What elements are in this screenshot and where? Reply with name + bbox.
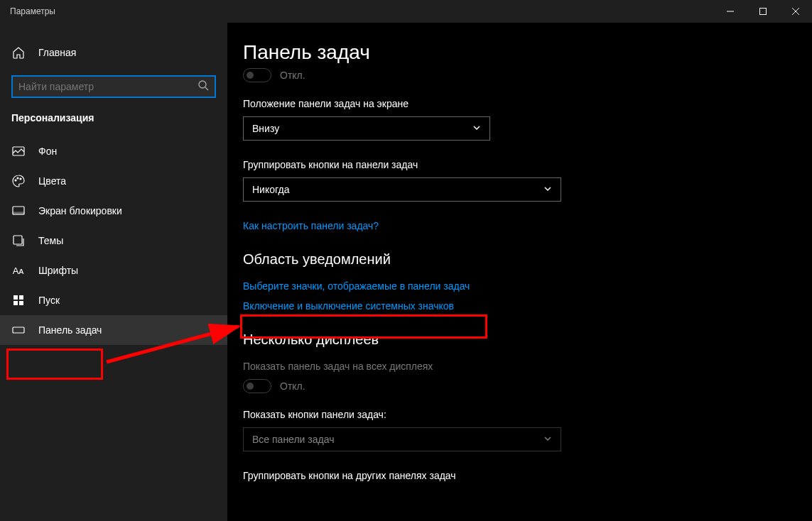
multi-group-label: Группировать кнопки на других панелях за…	[243, 470, 784, 481]
svg-point-9	[20, 178, 21, 180]
svg-rect-13	[13, 295, 18, 300]
minimize-button[interactable]	[714, 0, 747, 23]
svg-point-7	[15, 180, 16, 181]
group-dropdown[interactable]: Никогда	[243, 177, 561, 202]
titlebar: Параметры	[0, 0, 812, 23]
sidebar-item-label: Шрифты	[38, 265, 78, 276]
toggle-label: Откл.	[280, 380, 305, 392]
svg-rect-17	[13, 327, 24, 333]
lockscreen-icon	[11, 204, 26, 218]
toggle-row-2: Откл.	[243, 379, 784, 393]
sidebar-item-label: Фон	[38, 146, 57, 157]
toggle-switch[interactable]	[243, 379, 271, 393]
multi-displays-title: Несколько дисплеев	[243, 331, 784, 348]
maximize-button[interactable]	[747, 0, 779, 23]
toggle-row-1: Откл.	[243, 68, 784, 82]
svg-rect-16	[19, 301, 23, 305]
home-icon	[11, 45, 26, 60]
svg-rect-12	[13, 236, 22, 244]
help-link[interactable]: Как настроить панели задач?	[243, 220, 784, 231]
sidebar-item-colors[interactable]: Цвета	[0, 166, 227, 196]
sidebar-item-background[interactable]: Фон	[0, 136, 227, 166]
content-area: Панель задач Откл. Положение панели зада…	[227, 23, 812, 521]
dropdown-value: Никогда	[252, 184, 543, 195]
sidebar-item-label: Темы	[38, 235, 63, 246]
nav-home-label: Главная	[38, 47, 76, 58]
sidebar-item-label: Панель задач	[38, 324, 102, 336]
page-title: Панель задач	[243, 41, 784, 64]
sidebar-item-label: Цвета	[38, 175, 66, 187]
picture-icon	[11, 144, 26, 158]
svg-rect-1	[760, 9, 767, 15]
sidebar-item-lockscreen[interactable]: Экран блокировки	[0, 196, 227, 226]
position-dropdown[interactable]: Внизу	[243, 116, 490, 141]
svg-point-4	[199, 81, 206, 88]
chevron-down-icon	[543, 183, 552, 196]
sidebar-item-fonts[interactable]: Aᴀ Шрифты	[0, 256, 227, 285]
dropdown-value: Все панели задач	[252, 434, 543, 445]
chevron-down-icon	[472, 122, 481, 135]
fonts-icon: Aᴀ	[11, 263, 26, 278]
category-title: Персонализация	[0, 112, 227, 136]
window-controls	[714, 0, 812, 23]
multi-buttons-label: Показать кнопки панели задач:	[243, 409, 784, 420]
sidebar-item-label: Пуск	[38, 295, 60, 306]
svg-point-8	[17, 177, 18, 179]
group-label: Группировать кнопки на панели задач	[243, 159, 784, 170]
sidebar-item-label: Экран блокировки	[38, 205, 122, 216]
nav-home[interactable]: Главная	[0, 40, 227, 65]
palette-icon	[11, 174, 26, 188]
sidebar-item-start[interactable]: Пуск	[0, 285, 227, 315]
window-title: Параметры	[10, 6, 714, 16]
search-input[interactable]	[18, 81, 197, 92]
toggle-label: Откл.	[280, 70, 305, 81]
system-icons-link[interactable]: Включение и выключение системных значков	[243, 300, 784, 312]
start-icon	[11, 293, 26, 307]
notification-area-title: Область уведомлений	[243, 251, 784, 268]
search-icon	[197, 79, 209, 94]
close-button[interactable]	[779, 0, 812, 23]
dropdown-value: Внизу	[252, 123, 472, 134]
sidebar-item-taskbar[interactable]: Панель задач	[0, 315, 227, 345]
chevron-down-icon	[543, 433, 552, 446]
search-box[interactable]	[11, 75, 216, 98]
svg-rect-11	[13, 212, 24, 214]
multi-show-label: Показать панель задач на всех дисплеях	[243, 361, 784, 372]
svg-rect-15	[13, 301, 18, 305]
sidebar-item-themes[interactable]: Темы	[0, 226, 227, 256]
themes-icon	[11, 234, 26, 248]
multi-buttons-dropdown[interactable]: Все панели задач	[243, 427, 561, 451]
svg-rect-14	[19, 295, 23, 300]
toggle-switch[interactable]	[243, 68, 271, 82]
select-icons-link[interactable]: Выберите значки, отображаемые в панели з…	[243, 280, 784, 292]
taskbar-icon	[11, 323, 26, 337]
position-label: Положение панели задач на экране	[243, 98, 784, 109]
svg-line-5	[205, 87, 208, 90]
sidebar: Главная Персонализация Фон Цвета	[0, 23, 227, 521]
